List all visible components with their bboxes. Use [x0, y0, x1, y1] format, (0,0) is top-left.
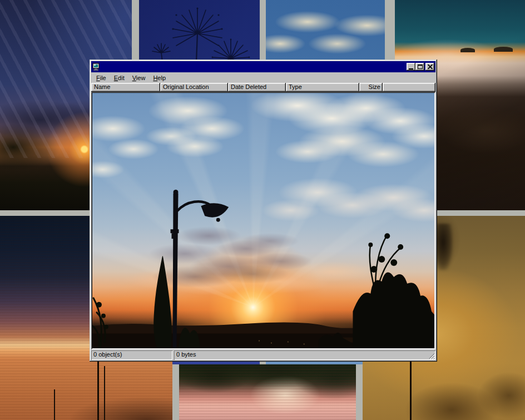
maximize-button[interactable]	[415, 63, 424, 71]
column-header-blank[interactable]	[383, 83, 435, 92]
resize-grip-icon[interactable]	[428, 353, 435, 359]
menu-help-rest: elp	[157, 75, 166, 81]
water-pole	[97, 359, 99, 420]
recycle-bin-window: File Edit View Help Name Original Locati…	[90, 60, 437, 362]
window-controls	[407, 63, 434, 71]
desktop: File Edit View Help Name Original Locati…	[0, 0, 525, 420]
menu-file-rest: ile	[100, 75, 106, 81]
water-pole	[104, 366, 105, 420]
column-header-name[interactable]: Name	[91, 83, 160, 92]
menu-view-rest: iew	[136, 75, 146, 81]
status-object-count: 0 object(s)	[91, 350, 172, 360]
water-pole	[54, 389, 55, 420]
menu-edit-rest: dit	[118, 75, 125, 81]
close-icon	[428, 65, 433, 69]
menu-item-edit[interactable]: Edit	[110, 73, 128, 82]
column-headers: Name Original Location Date Deleted Type…	[91, 83, 435, 92]
column-header-original-location[interactable]: Original Location	[160, 83, 228, 92]
wallpaper-photo-water-reflection	[179, 364, 356, 420]
menu-view-key: V	[132, 75, 136, 81]
computer-icon[interactable]	[92, 63, 100, 71]
menu-bar: File Edit View Help	[91, 72, 435, 83]
maximize-icon	[418, 65, 423, 69]
column-header-type[interactable]: Type	[286, 83, 359, 92]
menu-item-view[interactable]: View	[128, 73, 150, 82]
minimize-icon	[409, 68, 413, 70]
photo-silhouettes	[92, 93, 434, 348]
water-pole	[410, 362, 412, 420]
close-button[interactable]	[425, 63, 434, 71]
menu-item-file[interactable]: File	[92, 73, 110, 82]
minimize-button[interactable]	[407, 63, 415, 71]
title-bar[interactable]	[91, 61, 435, 72]
status-bar: 0 object(s) 0 bytes	[91, 349, 435, 360]
sunset-lamp-photo	[92, 93, 434, 348]
menu-file-key: F	[96, 75, 100, 81]
menu-item-help[interactable]: Help	[149, 73, 170, 82]
list-view[interactable]	[91, 92, 435, 349]
menu-edit-key: E	[114, 75, 118, 81]
status-byte-count: 0 bytes	[174, 350, 435, 360]
column-header-date-deleted[interactable]: Date Deleted	[228, 83, 286, 92]
column-header-size[interactable]: Size	[359, 83, 383, 92]
